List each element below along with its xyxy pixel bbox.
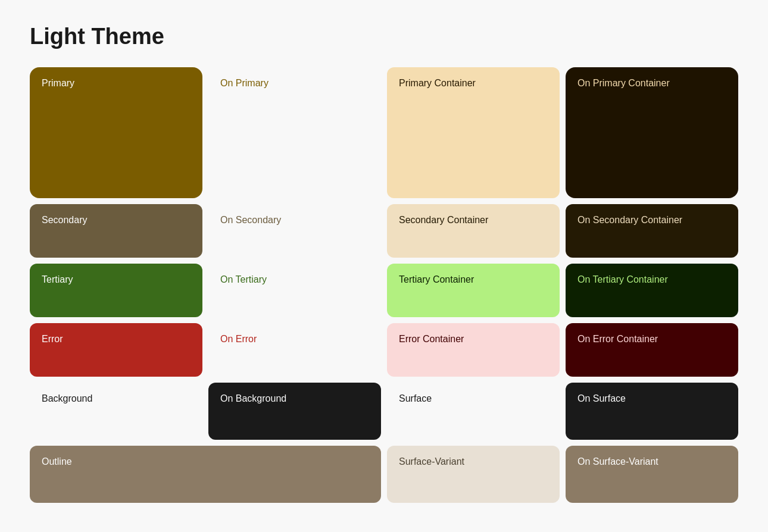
color-cell-secondary-container: Secondary Container [387,204,560,258]
color-cell-error: Error [30,323,202,377]
color-cell-on-primary: On Primary [208,67,381,198]
color-cell-on-surface: On Surface [566,383,738,440]
color-cell-background: Background [30,383,202,440]
color-cell-on-primary-container: On Primary Container [566,67,738,198]
color-cell-on-background: On Background [208,383,381,440]
color-cell-primary: Primary [30,67,202,198]
color-cell-on-error-container: On Error Container [566,323,738,377]
color-cell-secondary: Secondary [30,204,202,258]
color-cell-on-tertiary: On Tertiary [208,264,381,317]
color-cell-tertiary: Tertiary [30,264,202,317]
color-cell-surface-variant: Surface-Variant [387,446,560,503]
color-cell-on-error: On Error [208,323,381,377]
color-cell-primary-container: Primary Container [387,67,560,198]
page-title: Light Theme [30,24,738,49]
color-cell-on-tertiary-container: On Tertiary Container [566,264,738,317]
color-cell-surface: Surface [387,383,560,440]
color-cell-tertiary-container: Tertiary Container [387,264,560,317]
color-grid: Primary On Primary Primary Container On … [30,67,738,503]
color-cell-on-surface-variant: On Surface-Variant [566,446,738,503]
color-cell-error-container: Error Container [387,323,560,377]
color-cell-outline: Outline [30,446,381,503]
color-cell-on-secondary: On Secondary [208,204,381,258]
color-cell-on-secondary-container: On Secondary Container [566,204,738,258]
